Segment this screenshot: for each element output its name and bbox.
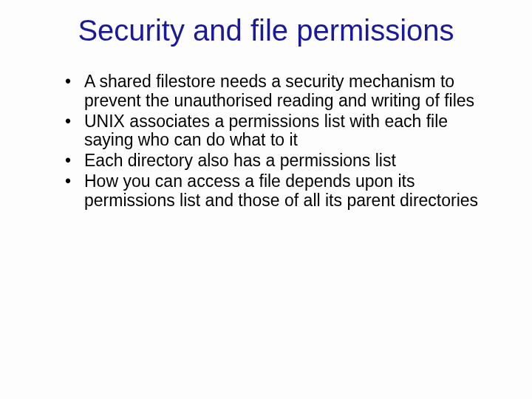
list-item: How you can access a file depends upon i… (65, 172, 488, 211)
list-item: UNIX associates a permissions list with … (65, 112, 488, 151)
bullet-list: A shared filestore needs a security mech… (44, 72, 488, 210)
slide-title: Security and file permissions (44, 13, 488, 47)
list-item: A shared filestore needs a security mech… (65, 72, 488, 111)
list-item: Each directory also has a permissions li… (65, 151, 488, 171)
